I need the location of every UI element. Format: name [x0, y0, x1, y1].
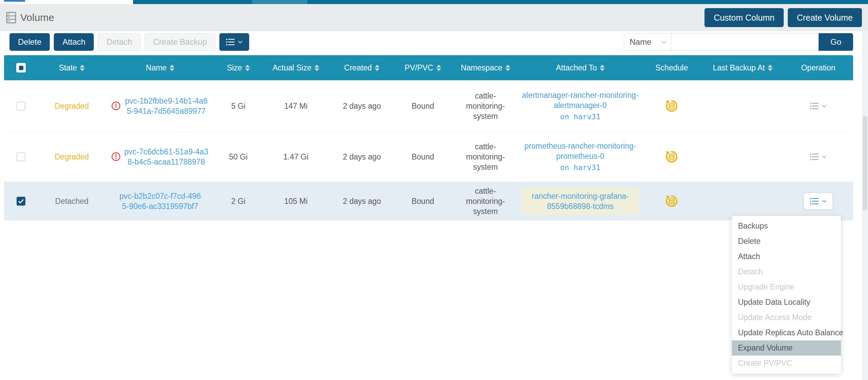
select-all-checkbox[interactable]: [16, 63, 26, 72]
cell-pv-pvc: Bound: [394, 196, 452, 206]
indeterminate-mark: [19, 66, 23, 70]
column-label: State: [59, 63, 77, 72]
column-header-schedule: Schedule: [641, 63, 702, 72]
cell-namespace: cattle-monitoring-system: [452, 91, 519, 121]
tab-strip-light-section: [252, 0, 307, 4]
search-input[interactable]: [671, 33, 819, 51]
list-icon: [810, 197, 819, 205]
cell-attached-to: rancher-monitoring-grafana-8559b68898-tc…: [519, 188, 641, 215]
operation-menu-item-update-replicas-auto-balance[interactable]: Update Replicas Auto Balance: [732, 325, 841, 340]
attached-to-link[interactable]: rancher-monitoring-grafana-8559b68898-tc…: [522, 188, 639, 215]
page-title-wrap: Volume: [6, 12, 54, 23]
create-backup-bulk-button: Create Backup: [145, 33, 215, 51]
attached-to-link[interactable]: alertmanager-rancher-monitoring-alertman…: [522, 90, 639, 110]
column-header-namespace[interactable]: Namespace: [452, 63, 519, 72]
volume-warning-icon: [111, 101, 121, 110]
search-field-select[interactable]: Name: [624, 33, 671, 51]
table-body: Degradedpvc-1b2fbbe9-14b1-4a65-941a-7d56…: [4, 80, 853, 220]
sort-carets-icon: [505, 65, 510, 71]
operation-menu-item-detach: Detach: [732, 264, 841, 279]
detach-bulk-button: Detach: [98, 33, 140, 51]
create-volume-button[interactable]: Create Volume: [788, 8, 862, 27]
column-label: Actual Size: [273, 63, 311, 72]
table-row: Degradedpvc-7c6dcb61-51a9-4a38-b4c5-acaa…: [4, 132, 853, 182]
cell-size: 50 Gi: [215, 152, 262, 162]
state-badge: Detached: [55, 196, 88, 206]
table-row: Degradedpvc-1b2fbbe9-14b1-4a65-941a-7d56…: [4, 80, 853, 132]
column-header-actual-size[interactable]: Actual Size: [262, 63, 330, 72]
operation-menu-item-attach[interactable]: Attach: [732, 249, 841, 264]
column-label: Operation: [801, 63, 835, 72]
attached-node-label: on harv31: [560, 163, 600, 173]
sort-carets-icon: [436, 65, 441, 71]
column-header-created[interactable]: Created: [330, 63, 394, 72]
cell-size: 2 Gi: [215, 196, 262, 206]
column-header-name[interactable]: Name: [106, 63, 215, 72]
column-header-attached-to[interactable]: Attached To: [519, 63, 641, 72]
operation-menu-item-delete[interactable]: Delete: [732, 234, 841, 249]
browser-tab-strip: [0, 0, 868, 4]
operation-menu-trigger[interactable]: [810, 153, 827, 161]
delete-bulk-button[interactable]: Delete: [9, 33, 50, 51]
tab-strip-dark-section: [133, 0, 868, 4]
cell-actual-size: 105 Mi: [262, 196, 330, 206]
row-checkbox[interactable]: [17, 197, 25, 206]
operation-menu-item-create-pv-pvc: Create PV/PVC: [732, 356, 841, 371]
column-label: Attached To: [556, 63, 597, 72]
search-go-button[interactable]: Go: [819, 33, 853, 51]
sort-carets-icon: [768, 65, 773, 71]
cell-select: [4, 152, 38, 161]
cell-attached-to: prometheus-rancher-monitoring-prometheus…: [519, 141, 641, 173]
operation-menu-item-update-data-locality[interactable]: Update Data Locality: [732, 295, 841, 310]
cell-state: Degraded: [38, 101, 106, 111]
operation-menu-trigger[interactable]: [810, 102, 827, 110]
table-row: Detachedpvc-b2b2c07c-f7cd-4965-90e6-ac33…: [4, 182, 853, 220]
chevron-down-icon: [238, 40, 243, 44]
operation-menu-item-expand-volume[interactable]: Expand Volume: [732, 340, 841, 356]
volume-name-link[interactable]: pvc-7c6dcb61-51a9-4a38-b4c5-acaa11788978: [124, 147, 209, 167]
recurring-backup-schedule-icon: [665, 194, 678, 208]
operation-menu-item-backups[interactable]: Backups: [732, 218, 841, 234]
cell-state: Detached: [38, 196, 106, 206]
cell-actual-size: 1.47 Gi: [262, 152, 330, 162]
scrollbar-track[interactable]: [862, 31, 868, 380]
cell-select: [4, 197, 38, 206]
recurring-backup-schedule-icon: [665, 150, 678, 164]
namespace-label: cattle-monitoring-system: [458, 186, 513, 216]
sort-carets-icon: [80, 65, 85, 71]
column-label: Created: [344, 63, 372, 72]
attached-to-link[interactable]: prometheus-rancher-monitoring-prometheus…: [522, 141, 639, 161]
volume-name-link[interactable]: pvc-1b2fbbe9-14b1-4a65-941a-7d5645a89977: [124, 96, 209, 116]
list-icon: [810, 102, 819, 110]
select-all-header-cell[interactable]: [4, 63, 38, 72]
column-header-pv-pvc[interactable]: PV/PVC: [394, 63, 452, 72]
operation-dropdown-menu: BackupsDeleteAttachDetachUpgrade EngineU…: [732, 216, 841, 374]
custom-column-button[interactable]: Custom Column: [704, 8, 783, 27]
row-checkbox[interactable]: [17, 152, 25, 161]
operation-menu-item-upgrade-engine: Upgrade Engine: [732, 279, 841, 295]
scrollbar-thumb[interactable]: [863, 116, 867, 211]
column-label: Last Backup At: [713, 63, 765, 72]
cell-schedule: [641, 150, 702, 164]
operation-menu-trigger[interactable]: [804, 193, 832, 209]
cell-operation: [783, 193, 853, 209]
cell-select: [4, 102, 38, 110]
cell-actual-size: 147 Mi: [262, 101, 330, 111]
attach-bulk-button[interactable]: Attach: [54, 33, 94, 51]
volume-warning-icon: [111, 152, 121, 161]
sort-carets-icon: [600, 65, 605, 71]
list-icon: [810, 153, 819, 161]
sort-carets-icon: [245, 65, 250, 71]
bulk-actions-menu-button[interactable]: [219, 33, 249, 51]
header-actions: Custom Column Create Volume: [704, 8, 862, 27]
volume-name-link[interactable]: pvc-b2b2c07c-f7cd-4965-90e6-ac3319597bf7: [117, 191, 203, 211]
column-header-size[interactable]: Size: [215, 63, 262, 72]
column-header-state[interactable]: State: [38, 63, 106, 72]
cell-schedule: [641, 194, 702, 208]
column-header-operation: Operation: [783, 63, 853, 72]
row-checkbox[interactable]: [17, 102, 25, 110]
cell-namespace: cattle-monitoring-system: [452, 186, 519, 216]
sort-carets-icon: [375, 65, 379, 71]
search-group: Name Go: [624, 33, 853, 51]
column-header-last-backup-at[interactable]: Last Backup At: [702, 63, 783, 72]
